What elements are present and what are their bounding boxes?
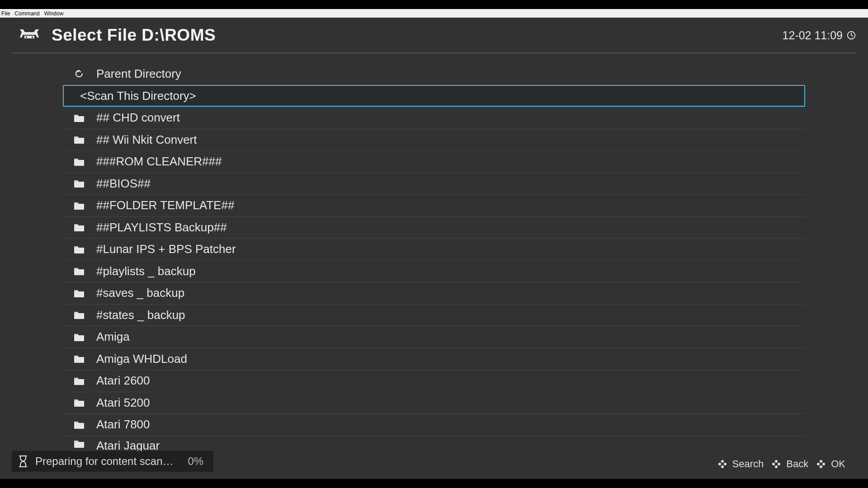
list-item[interactable]: Atari Jaguar <box>63 436 805 451</box>
list-item[interactable]: #playlists _ backup <box>63 260 805 282</box>
list-item[interactable]: Amiga WHDLoad <box>63 348 805 370</box>
list-item[interactable]: ## CHD convert <box>63 107 805 129</box>
svg-point-9 <box>772 463 775 465</box>
folder-icon <box>72 354 86 364</box>
list-item-label: <Scan This Directory> <box>80 89 196 103</box>
list-item-label: #playlists _ backup <box>96 264 196 278</box>
os-menubar[interactable]: File Command Window <box>0 9 868 18</box>
folder-icon <box>72 398 86 408</box>
status-text: Preparing for content scan… <box>35 455 174 468</box>
svg-point-7 <box>721 465 724 468</box>
page-title: Select File D:\ROMS <box>52 26 783 45</box>
svg-point-10 <box>778 463 780 465</box>
list-item-label: Atari 7800 <box>96 418 150 432</box>
retroarch-window: Select File D:\ROMS 12-02 11:09 Parent D… <box>0 18 868 479</box>
list-item-label: #saves _ backup <box>96 286 184 300</box>
menubar-item-window[interactable]: Window <box>44 10 64 17</box>
folder-icon <box>72 266 86 276</box>
list-item-label: Parent Directory <box>96 67 181 81</box>
list-item-label: ##FOLDER TEMPLATE## <box>96 198 234 212</box>
svg-point-5 <box>718 463 721 465</box>
header: Select File D:\ROMS 12-02 11:09 <box>0 18 868 53</box>
folder-icon <box>72 135 86 145</box>
hint-ok[interactable]: OK <box>816 458 845 470</box>
list-item-label: Atari Jaguar <box>96 439 160 451</box>
folder-icon <box>72 113 86 123</box>
list-item[interactable]: Atari 5200 <box>63 392 805 414</box>
svg-point-14 <box>822 463 825 465</box>
parent-directory-icon <box>72 68 86 79</box>
svg-point-12 <box>820 460 822 463</box>
footer-actions: Search Back OK <box>717 458 845 470</box>
list-item[interactable]: Amiga <box>63 326 805 348</box>
folder-icon <box>72 201 86 211</box>
svg-point-4 <box>721 460 724 463</box>
header-divider <box>12 53 856 53</box>
clock-icon <box>846 30 856 40</box>
folder-icon <box>72 332 86 342</box>
folder-icon <box>72 244 86 254</box>
list-item-label: Atari 5200 <box>96 396 150 410</box>
list-item-label: ##PLAYLISTS Backup## <box>96 221 227 235</box>
list-item[interactable]: ## Wii Nkit Convert <box>63 129 805 151</box>
svg-rect-2 <box>32 37 33 38</box>
hint-label: OK <box>831 458 845 470</box>
folder-icon <box>72 157 86 167</box>
clock: 12-02 11:09 <box>783 29 856 42</box>
svg-point-15 <box>820 465 822 468</box>
retroarch-logo-icon <box>19 28 40 43</box>
svg-rect-1 <box>26 37 27 38</box>
list-item[interactable]: ##BIOS## <box>63 173 805 195</box>
hint-label: Back <box>786 458 808 470</box>
list-item-label: Amiga WHDLoad <box>96 352 187 366</box>
list-item[interactable]: #saves _ backup <box>63 282 805 304</box>
folder-icon <box>72 439 86 449</box>
hint-label: Search <box>732 458 764 470</box>
list-item-label: ## CHD convert <box>96 111 180 125</box>
svg-point-11 <box>775 465 778 468</box>
file-list: Parent Directory <Scan This Directory> #… <box>63 63 805 451</box>
list-item-label: ###ROM CLEANER### <box>96 155 222 169</box>
menubar-item-file[interactable]: File <box>1 10 10 17</box>
list-item-scan-this-directory[interactable]: <Scan This Directory> <box>63 85 805 107</box>
list-item[interactable]: Atari 2600 <box>63 370 805 392</box>
status-bar: Preparing for content scan… 0% <box>12 451 213 472</box>
folder-icon <box>72 310 86 320</box>
list-item-label: Atari 2600 <box>96 374 150 388</box>
gamepad-icon <box>717 459 728 469</box>
folder-icon <box>72 222 86 232</box>
svg-point-8 <box>775 460 778 463</box>
hint-search[interactable]: Search <box>717 458 764 470</box>
folder-icon <box>72 178 86 188</box>
list-item[interactable]: #states _ backup <box>63 304 805 326</box>
list-item-parent-directory[interactable]: Parent Directory <box>63 63 805 85</box>
svg-point-13 <box>817 463 820 465</box>
list-item-label: Amiga <box>96 330 130 344</box>
list-item-label: #Lunar IPS + BPS Patcher <box>96 242 236 256</box>
list-item-label: ## Wii Nkit Convert <box>96 133 197 147</box>
list-item-label: ##BIOS## <box>96 177 151 191</box>
gamepad-icon <box>771 459 782 469</box>
list-item[interactable]: Atari 7800 <box>63 413 805 436</box>
folder-icon <box>72 288 86 298</box>
list-item[interactable]: ##PLAYLISTS Backup## <box>63 216 805 239</box>
status-percent: 0% <box>188 455 204 468</box>
hourglass-icon <box>18 455 28 468</box>
list-item[interactable]: ##FOLDER TEMPLATE## <box>63 194 805 216</box>
clock-text: 12-02 11:09 <box>783 29 843 42</box>
menubar-item-command[interactable]: Command <box>14 10 39 17</box>
hint-back[interactable]: Back <box>771 458 808 470</box>
gamepad-icon <box>816 459 826 469</box>
list-item[interactable]: #Lunar IPS + BPS Patcher <box>63 238 805 260</box>
list-item-label: #states _ backup <box>96 308 185 322</box>
list-item[interactable]: ###ROM CLEANER### <box>63 150 805 173</box>
folder-icon <box>72 376 86 386</box>
svg-point-6 <box>724 463 726 465</box>
folder-icon <box>72 420 86 430</box>
